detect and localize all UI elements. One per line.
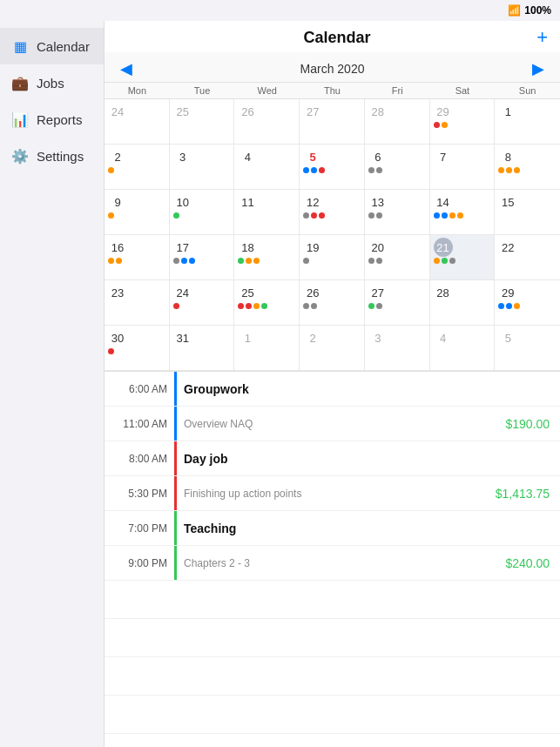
sidebar-item-calendar[interactable]: ▦ Calendar: [0, 28, 104, 64]
event-start-row[interactable]: 8:00 AMDay job: [105, 441, 560, 476]
cal-cell[interactable]: 30: [105, 326, 170, 371]
event-sub-detail: Overview NAQ: [177, 407, 498, 441]
cal-cell[interactable]: 24: [170, 280, 235, 326]
cal-cell[interactable]: 24: [105, 99, 170, 145]
day-number: 18: [238, 238, 257, 257]
cal-cell[interactable]: 28: [430, 280, 496, 326]
briefcase-icon: 💼: [10, 73, 30, 92]
event-dot: [303, 212, 309, 219]
event-start-row[interactable]: 6:00 AMGroupwork: [105, 372, 560, 407]
event-dot: [303, 167, 309, 173]
empty-event-row: [105, 734, 560, 747]
cal-cell[interactable]: 3: [170, 145, 235, 190]
event-dot: [116, 258, 122, 264]
event-start-row[interactable]: 7:00 PMTeaching: [105, 511, 560, 546]
event-end-row[interactable]: 9:00 PMChapters 2 - 3$240.00: [105, 546, 560, 581]
cal-cell[interactable]: 29: [495, 280, 560, 326]
cal-cell[interactable]: 5: [495, 326, 560, 371]
cal-cell[interactable]: 27: [365, 280, 430, 326]
cal-cell[interactable]: 8: [495, 145, 560, 190]
day-number: 10: [173, 192, 192, 212]
event-dot: [434, 212, 440, 219]
event-dot: [368, 212, 374, 219]
cal-cell[interactable]: 11: [234, 190, 300, 235]
cal-cell[interactable]: 26: [234, 99, 300, 145]
cal-cell[interactable]: 2: [300, 326, 365, 371]
cal-cell[interactable]: 25: [234, 280, 300, 326]
day-number: 7: [434, 147, 453, 166]
event-dot: [319, 167, 325, 173]
event-dot: [303, 258, 309, 264]
event-dot: [261, 303, 267, 309]
cal-cell[interactable]: 18: [234, 235, 300, 280]
cal-cell[interactable]: 10: [170, 190, 235, 235]
battery-label: 100%: [524, 4, 551, 17]
event-end-row[interactable]: 11:00 AMOverview NAQ$190.00: [105, 407, 560, 441]
cal-cell[interactable]: 20: [365, 235, 430, 280]
cal-cell[interactable]: 29: [430, 99, 496, 145]
event-dot: [442, 212, 448, 219]
event-end-row[interactable]: 5:30 PMFinishing up action points$1,413.…: [105, 476, 560, 511]
cal-cell[interactable]: 12: [300, 190, 365, 235]
cal-cell[interactable]: 1: [495, 99, 560, 145]
cal-cell[interactable]: 31: [170, 326, 235, 371]
page-title: Calendar: [138, 29, 536, 47]
cal-cell[interactable]: 14: [430, 190, 496, 235]
cal-cell[interactable]: 2: [105, 145, 170, 190]
event-dot: [246, 258, 252, 264]
event-dot: [434, 258, 440, 264]
cal-cell[interactable]: 23: [105, 280, 170, 326]
day-number: 30: [108, 328, 127, 347]
event-dots: [498, 303, 557, 309]
event-dot: [514, 303, 520, 309]
cal-cell[interactable]: 15: [495, 190, 560, 235]
cal-cell[interactable]: 25: [170, 99, 235, 145]
next-month-button[interactable]: ▶: [527, 59, 550, 78]
cal-cell[interactable]: 3: [365, 326, 430, 371]
event-dots: [238, 303, 295, 309]
event-dots: [173, 212, 231, 219]
day-number: 19: [303, 238, 322, 257]
sidebar-item-reports[interactable]: 📊 Reports: [0, 101, 104, 138]
cal-cell[interactable]: 26: [300, 280, 365, 326]
cal-cell[interactable]: 22: [495, 235, 560, 280]
event-dots: [108, 167, 165, 173]
event-dot: [253, 258, 260, 264]
event-start-time: 7:00 PM: [105, 511, 174, 545]
prev-month-button[interactable]: ◀: [115, 59, 138, 78]
event-dots: [368, 167, 426, 173]
cal-cell[interactable]: 4: [234, 145, 300, 190]
event-dot: [376, 212, 382, 219]
cal-cell[interactable]: 17: [170, 235, 235, 280]
event-start-time: 8:00 AM: [105, 441, 174, 475]
cal-cell[interactable]: 5: [300, 145, 365, 190]
event-dot: [311, 303, 317, 309]
cal-cell[interactable]: 1: [234, 326, 300, 371]
cal-cell[interactable]: 7: [430, 145, 496, 190]
top-bar: Calendar +: [105, 21, 560, 52]
cal-cell[interactable]: 27: [300, 99, 365, 145]
day-number: 13: [368, 192, 388, 212]
event-dot: [246, 303, 252, 309]
day-number: 24: [173, 283, 192, 302]
cal-cell[interactable]: 19: [300, 235, 365, 280]
event-end-time: 11:00 AM: [105, 407, 174, 441]
cal-cell[interactable]: 16: [105, 235, 170, 280]
event-dots: [368, 212, 426, 219]
day-headers: Mon Tue Wed Thu Fri Sat Sun: [105, 83, 560, 99]
sidebar-item-jobs[interactable]: 💼 Jobs: [0, 64, 104, 101]
cal-cell[interactable]: 28: [365, 99, 430, 145]
add-button[interactable]: +: [536, 26, 548, 49]
empty-event-row: [105, 619, 560, 657]
cal-cell[interactable]: 13: [365, 190, 430, 235]
cal-cell[interactable]: 4: [430, 326, 496, 371]
sidebar-item-settings[interactable]: ⚙️ Settings: [0, 138, 104, 174]
day-number: 5: [303, 147, 322, 166]
cal-cell[interactable]: 21: [430, 235, 496, 280]
day-number: 27: [303, 102, 322, 121]
cal-cell[interactable]: 6: [365, 145, 430, 190]
app-container: ▦ Calendar 💼 Jobs 📊 Reports ⚙️ Settings …: [0, 21, 560, 747]
event-dot: [238, 258, 244, 264]
cal-cell[interactable]: 9: [105, 190, 170, 235]
events-list: 6:00 AMGroupwork11:00 AMOverview NAQ$190…: [105, 371, 560, 747]
